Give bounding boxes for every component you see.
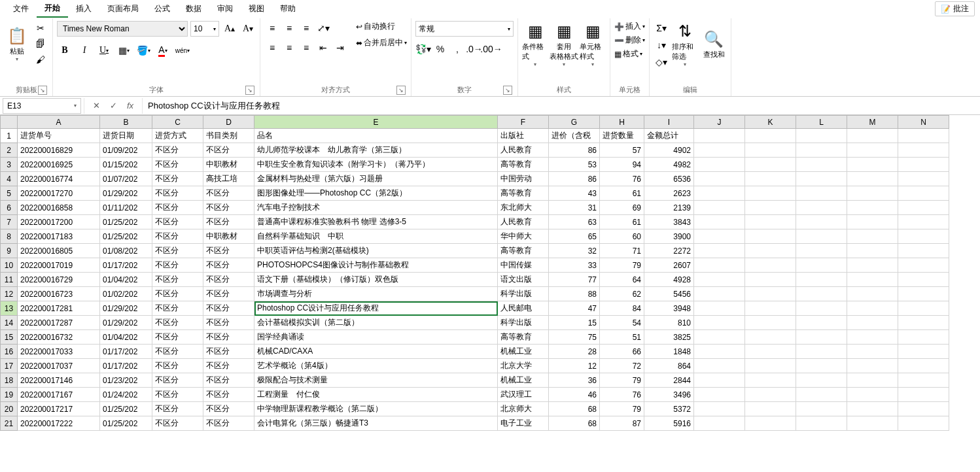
cell[interactable]: 71 [600,244,644,258]
cell[interactable] [796,345,847,359]
cell[interactable]: 中国传媒 [498,258,549,273]
autosum-button[interactable]: Σ▾ [654,21,669,35]
cell[interactable]: 不区分 [203,402,254,416]
delete-cells-button[interactable]: ➖删除▾ [614,35,645,46]
row-header[interactable]: 18 [1,373,18,388]
cell[interactable]: 中职教材 [203,229,254,244]
cell[interactable]: 31 [549,201,600,215]
cut-button[interactable]: ✂ [33,21,48,35]
cell[interactable]: 人民教育 [498,143,549,158]
cell[interactable]: 810 [644,316,694,330]
cell[interactable]: 机械工业 [498,345,549,359]
cell[interactable]: 高技工培 [203,172,254,186]
cell[interactable] [745,359,796,373]
cell[interactable] [796,316,847,330]
row-header[interactable]: 3 [1,158,18,172]
cell[interactable]: 202200016732 [18,330,100,345]
cell[interactable] [745,416,796,431]
formula-input[interactable]: Photoshop CC设计与应用任务教程 [143,100,980,112]
format-painter-button[interactable]: 🖌 [33,52,48,67]
cell[interactable]: 不区分 [152,229,203,244]
row-header[interactable]: 11 [1,273,18,287]
cell[interactable] [898,359,949,373]
cell[interactable] [694,345,745,359]
row-header[interactable]: 21 [1,416,18,431]
cell[interactable] [694,172,745,186]
cell[interactable] [847,258,898,273]
cell[interactable]: 202200017167 [18,388,100,402]
cell[interactable] [898,244,949,258]
cell[interactable]: 68 [549,402,600,416]
cell[interactable] [745,215,796,229]
cell[interactable]: 202200016723 [18,287,100,301]
cell[interactable]: 01/29/202 [100,186,152,201]
paste-button[interactable]: 📋 粘贴 ▾ [4,21,30,68]
column-header[interactable]: M [847,116,898,129]
cell[interactable]: 01/04/202 [100,330,152,345]
cell[interactable]: 01/11/202 [100,201,152,215]
cell[interactable]: 01/25/202 [100,402,152,416]
cell[interactable]: 品名 [254,129,498,143]
cell[interactable] [694,373,745,388]
cell[interactable]: 5916 [644,416,694,431]
cell[interactable] [745,186,796,201]
cell[interactable]: 01/25/202 [100,229,152,244]
cell[interactable] [745,402,796,416]
sort-filter-button[interactable]: ⇅ 排序和筛选 ▾ [672,21,698,68]
cell[interactable]: 53 [549,158,600,172]
underline-button[interactable]: U▾ [96,43,112,58]
align-top-button[interactable]: ≡ [264,21,280,35]
menu-home[interactable]: 开始 [37,0,68,18]
cell[interactable] [898,416,949,431]
cell[interactable]: 3948 [644,301,694,316]
row-header[interactable]: 1 [1,129,18,143]
cell[interactable]: 电子工业 [498,416,549,431]
cell[interactable]: 57 [600,143,644,158]
cell[interactable]: 4902 [644,143,694,158]
column-header[interactable]: B [100,116,152,129]
cell[interactable] [694,273,745,287]
cell[interactable]: 高等教育 [498,158,549,172]
menu-page-layout[interactable]: 页面布局 [99,1,147,17]
row-header[interactable]: 12 [1,287,18,301]
cell[interactable] [796,244,847,258]
font-color-button[interactable]: A▾ [155,43,171,58]
cell[interactable]: 2272 [644,244,694,258]
cell[interactable]: PHOTOSHOPCS4图像设计与制作基础教程 [254,258,498,273]
comma-button[interactable]: , [449,42,465,56]
cell[interactable]: 72 [600,359,644,373]
cell[interactable]: 01/23/202 [100,373,152,388]
cell[interactable] [694,143,745,158]
cell[interactable] [847,129,898,143]
clear-button[interactable]: ◇▾ [654,55,669,69]
font-family-select[interactable]: Times New Roman [57,21,188,37]
column-header[interactable]: L [796,116,847,129]
cell[interactable] [694,215,745,229]
cell[interactable] [898,158,949,172]
column-header[interactable]: G [549,116,600,129]
conditional-format-button[interactable]: ▦ 条件格式 ▾ [522,21,548,68]
cell[interactable]: 54 [600,316,644,330]
row-header[interactable]: 5 [1,186,18,201]
cell[interactable]: 46 [549,388,600,402]
cell[interactable] [898,258,949,273]
cell[interactable]: 202200017200 [18,215,100,229]
cell[interactable]: 不区分 [203,359,254,373]
cell[interactable] [847,388,898,402]
cell[interactable]: 图形图像处理——Photoshop CC（第2版） [254,186,498,201]
cell[interactable]: 不区分 [152,287,203,301]
row-header[interactable]: 19 [1,388,18,402]
cell[interactable]: 极限配合与技术测量 [254,373,498,388]
cell[interactable] [847,201,898,215]
cell[interactable] [694,201,745,215]
row-header[interactable]: 15 [1,330,18,345]
cell[interactable]: 中学物理新课程教学概论（第二版） [254,402,498,416]
cell[interactable] [745,201,796,215]
cell[interactable] [796,330,847,345]
cell[interactable]: 2139 [644,201,694,215]
cell[interactable] [847,402,898,416]
cell[interactable] [796,388,847,402]
cell[interactable] [898,215,949,229]
cell[interactable] [796,129,847,143]
cell[interactable] [694,258,745,273]
